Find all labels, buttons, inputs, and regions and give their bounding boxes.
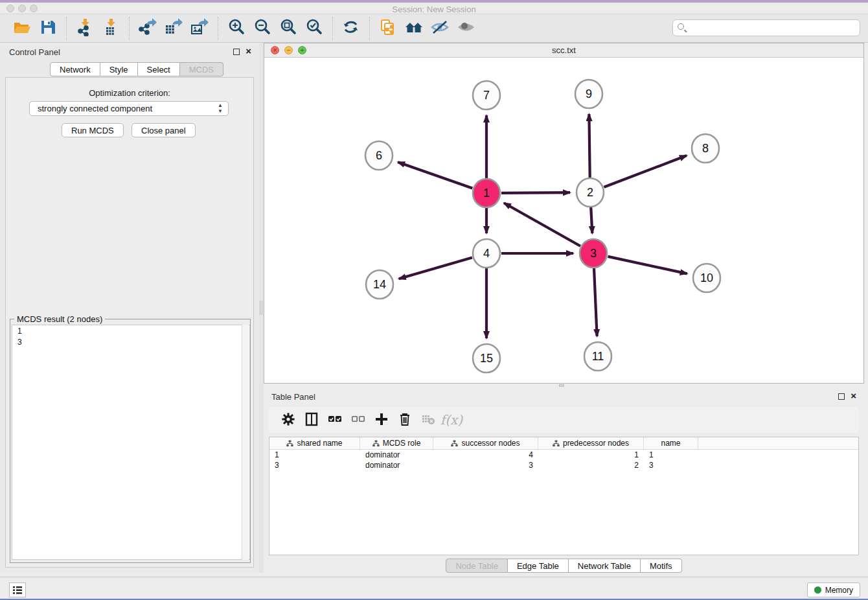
float-panel-icon[interactable] [233,49,240,55]
tab-node-table[interactable]: Node Table [446,559,508,573]
zoom-selected-button[interactable] [301,17,327,40]
table-cell[interactable]: 1 [538,450,644,460]
export-table-button[interactable] [161,17,187,40]
tab-motifs[interactable]: Motifs [641,559,682,573]
table-row[interactable]: 3dominator323 [269,460,858,470]
table-cell[interactable]: 3 [269,460,360,470]
search-input[interactable] [672,19,860,36]
edge-3-11[interactable] [594,268,597,336]
gear-icon [280,411,296,429]
table-cell[interactable]: 1 [644,450,698,460]
select-all-icon [327,411,343,429]
close-panel-icon[interactable]: × [246,45,251,57]
table-row[interactable]: 1dominator411 [269,450,858,460]
node-11[interactable]: 11 [584,342,611,371]
edge-2-3[interactable] [591,207,592,233]
close-panel-icon[interactable]: × [851,390,856,402]
zoom-fit-button[interactable] [275,17,301,40]
toolbar-group [66,17,129,40]
column-label: shared name [297,439,342,448]
deselect-all-button[interactable] [347,410,370,430]
add-column-button[interactable] [370,410,393,430]
node-8[interactable]: 8 [692,134,719,163]
node-14[interactable]: 14 [366,270,393,299]
window-titlebar[interactable]: Session: New Session [0,3,868,14]
table-cell[interactable]: 1 [269,450,360,460]
result-item[interactable]: 3 [12,336,249,347]
node-10[interactable]: 10 [693,264,720,292]
node-3[interactable]: 3 [580,239,607,268]
close-panel-button[interactable]: Close panel [131,123,196,137]
column-header-shared-name[interactable]: shared name [269,437,360,449]
mcds-result-group: MCDS result (2 nodes) 13 [10,319,251,563]
node-9[interactable]: 9 [575,80,602,108]
table-cell[interactable]: 4 [433,450,538,460]
task-history-button[interactable] [9,583,26,597]
export-image-button[interactable] [187,17,212,40]
splitter-grip[interactable] [260,301,262,315]
open-session-button[interactable] [9,17,35,40]
node-1[interactable]: 1 [473,179,500,207]
column-label: predecessor nodes [563,439,629,448]
toolbar-group [369,17,484,40]
tab-network-table[interactable]: Network Table [569,559,641,573]
splitter-grip[interactable] [559,384,564,387]
memory-button[interactable]: Memory [807,583,860,597]
node-2[interactable]: 2 [577,178,604,207]
hide-selected-eye-button[interactable] [427,17,453,40]
refresh-layout-button[interactable] [338,17,364,40]
zoom-out-button[interactable] [249,17,275,40]
gear-button[interactable] [277,410,300,430]
select-all-button[interactable] [323,410,347,430]
network-frame-titlebar[interactable]: × − + scc.txt [264,43,863,58]
result-item[interactable]: 1 [12,325,249,336]
export-network-button[interactable] [135,17,161,40]
node-15[interactable]: 15 [473,344,500,373]
float-panel-icon[interactable] [838,393,845,400]
edge-3-10[interactable] [608,257,687,274]
save-session-button[interactable] [35,17,61,40]
node-label: 1 [483,187,490,200]
run-mcds-button[interactable]: Run MCDS [62,123,124,137]
edge-4-14[interactable] [399,257,472,279]
edge-1-6[interactable] [398,162,472,188]
tab-style[interactable]: Style [100,62,138,76]
node-7[interactable]: 7 [473,81,500,110]
delete-column-button[interactable] [393,410,417,430]
table-cell[interactable]: 3 [644,460,698,470]
tab-edge-table[interactable]: Edge Table [508,559,569,573]
table-cell[interactable]: 2 [538,460,644,470]
show-eye-button[interactable] [453,17,479,40]
column-header-name[interactable]: name [644,437,698,449]
tab-network[interactable]: Network [50,62,100,76]
tab-select[interactable]: Select [138,62,180,76]
mcds-result-list[interactable]: 13 [12,325,250,560]
table-cell[interactable]: dominator [360,450,433,460]
tab-mcds[interactable]: MCDS [180,62,223,76]
edge-2-9[interactable] [589,114,589,178]
table-panel-header: Table Panel × [264,387,864,406]
network-canvas[interactable]: 7968124314101511 [264,58,863,383]
criterion-select[interactable]: strongly connected component ▲▼ [29,101,229,116]
table-cell[interactable]: 3 [433,460,538,470]
vertical-splitter[interactable] [259,43,264,573]
network-graph[interactable]: 7968124314101511 [264,58,863,383]
column-header-MCDS-role[interactable]: MCDS role [360,437,433,449]
cytoscape-window: Session: New Session Control Panel × Net… [0,0,868,600]
node-6[interactable]: 6 [365,141,393,170]
import-table-button[interactable] [98,17,124,40]
zoom-in-button[interactable] [223,17,249,40]
result-scrollbar[interactable] [242,325,249,560]
first-neighbors-button[interactable] [375,17,401,40]
edge-2-8[interactable] [604,156,687,187]
toolbar-group [129,17,218,40]
import-network-button[interactable] [72,17,98,40]
column-header-predecessor-nodes[interactable]: predecessor nodes [538,437,644,449]
columns-button[interactable] [300,410,323,430]
column-header-successor-nodes[interactable]: successor nodes [433,437,538,449]
node-4[interactable]: 4 [473,239,500,268]
edge-1-2[interactable] [501,192,570,193]
edge-3-1[interactable] [504,203,580,246]
home-button[interactable] [401,17,427,40]
table-cell[interactable]: dominator [360,460,433,470]
